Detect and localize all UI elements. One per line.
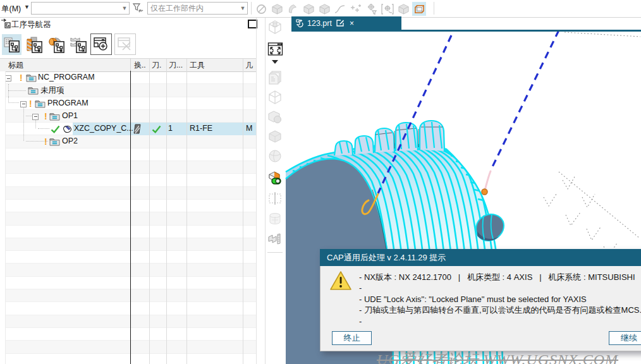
- continue-button[interactable]: 继续: [609, 331, 641, 345]
- face-icon[interactable]: [286, 2, 300, 16]
- tree-row[interactable]: !OP2: [0, 135, 256, 148]
- tree-left-gutter: [0, 71, 6, 364]
- watermark: UG爱好者论坛 WWW.UGSNX.COM: [377, 349, 618, 364]
- empty-tree-row: [0, 354, 256, 364]
- column-divider-line[interactable]: [130, 71, 131, 364]
- snap-point-filter-icon[interactable]: [365, 2, 379, 16]
- part-tab[interactable]: 123.prt ×: [291, 16, 401, 30]
- empty-tree-row: [0, 149, 256, 161]
- tree-row[interactable]: XZC_COPY_C...1R1-FEM: [0, 123, 256, 135]
- fit-view-icon[interactable]: [267, 40, 283, 57]
- rename-icon[interactable]: [336, 19, 345, 27]
- machine-tool-view-button[interactable]: [24, 34, 44, 55]
- geometry-cell: M: [246, 124, 252, 133]
- view-orient-icon[interactable]: [267, 19, 283, 35]
- filter-reset-icon[interactable]: [132, 3, 145, 15]
- datum-plane-icon[interactable]: [267, 190, 283, 207]
- machining-method-view-button[interactable]: [68, 34, 88, 55]
- tree-row-label[interactable]: OP2: [62, 136, 78, 145]
- start-point-marker: [482, 189, 487, 195]
- column-header[interactable]: 刀.: [152, 60, 161, 71]
- command-finder-input[interactable]: ▼: [31, 2, 130, 15]
- empty-tree-row: [0, 289, 256, 302]
- solid-body-icon[interactable]: [270, 2, 284, 16]
- tree-row[interactable]: 未用项: [0, 84, 256, 97]
- cylinder-icon[interactable]: [267, 210, 283, 227]
- tree-row-label[interactable]: PROGRAM: [47, 99, 89, 107]
- assembly-constraints-icon[interactable]: [267, 169, 283, 186]
- navigator-toolbar: [2, 33, 138, 55]
- column-header[interactable]: 标题: [8, 60, 23, 71]
- geometry-view-button[interactable]: [46, 34, 66, 55]
- program-order-view-button[interactable]: [2, 34, 21, 55]
- sheets-icon[interactable]: [267, 70, 283, 86]
- column-header[interactable]: 几: [245, 60, 253, 71]
- warning-triangle-icon: [329, 270, 352, 291]
- empty-tree-row: [0, 200, 256, 212]
- path-regenerated-check-icon: [152, 125, 161, 133]
- tree-connector: [8, 102, 19, 103]
- expander-toggle[interactable]: [32, 114, 39, 120]
- curve-icon[interactable]: [333, 2, 347, 16]
- point-icon[interactable]: [349, 2, 363, 16]
- tree-column-headers: 标题换..刀.刀...工具几: [0, 58, 256, 72]
- column-header[interactable]: 刀...: [169, 60, 183, 71]
- combo-dropdown-icon[interactable]: ▼: [120, 5, 129, 11]
- program-group-folder-icon: [26, 73, 37, 82]
- tool-insert-icon: [133, 124, 141, 134]
- nx-window: 单(M) ▼ ▼ 仅在工作部件内 ▼: [0, 0, 641, 364]
- column-header[interactable]: 换..: [134, 60, 146, 71]
- tree-row[interactable]: !PROGRAM: [0, 97, 256, 110]
- enable-snap-point-icon[interactable]: [381, 2, 394, 16]
- toolbar-separator: [267, 252, 283, 253]
- dropdown-caret-icon[interactable]: [267, 58, 283, 66]
- tree-row[interactable]: !OP1: [0, 110, 256, 123]
- wireframe-cube-icon[interactable]: [412, 2, 426, 16]
- dialog-title[interactable]: CAP通用后处理 v 2.4.11.29 提示: [320, 249, 641, 266]
- menu-caret-icon: ▼: [24, 4, 30, 10]
- toolbar-separator: [251, 2, 252, 15]
- tree-row[interactable]: !NC_PROGRAM: [0, 71, 256, 84]
- column-header[interactable]: 工具: [190, 60, 205, 71]
- tree-connector: [8, 90, 26, 91]
- tool-number-cell: 1: [168, 124, 173, 133]
- warning-exclamation-icon: !: [44, 136, 47, 147]
- dialog-message-line: - UDE "Lock Axis": "Locked Plane" must b…: [359, 294, 641, 305]
- empty-tree-row: [0, 302, 256, 315]
- empty-tree-row: [0, 187, 256, 200]
- tree-connector: [23, 107, 24, 141]
- shaded-with-edges-icon[interactable]: [267, 109, 283, 125]
- tree-row-label[interactable]: 未用项: [40, 85, 64, 96]
- empty-tree-row: [0, 264, 256, 276]
- menu-button[interactable]: 单(M): [1, 4, 21, 15]
- wireframe-view-icon[interactable]: [267, 89, 283, 106]
- empty-tree-row: [0, 238, 256, 251]
- studio-view-icon[interactable]: [267, 148, 283, 164]
- empty-tree-row: [0, 328, 256, 341]
- empty-tree-row: [0, 212, 256, 225]
- postprocessor-dialog: CAP通用后处理 v 2.4.11.29 提示 - NX版本 : NX 2412…: [320, 249, 641, 351]
- body-icon[interactable]: [302, 2, 315, 16]
- dialog-message: - NX版本 : NX 2412.1700 | 机床类型 : 4 AXIS | …: [359, 272, 641, 327]
- part-modified-icon: [295, 19, 305, 28]
- program-group-folder-icon: [35, 99, 46, 108]
- tree-row-label[interactable]: NC_PROGRAM: [38, 73, 95, 82]
- engage-move-pink: [485, 171, 491, 190]
- facet-body-icon[interactable]: [396, 2, 410, 16]
- selection-scope-select[interactable]: 仅在工作部件内 ▼: [147, 2, 248, 15]
- shaded-view-icon[interactable]: [267, 128, 283, 145]
- tree-row-label[interactable]: OP1: [62, 111, 78, 120]
- find-object-button[interactable]: [90, 33, 112, 55]
- tab-close-icon[interactable]: ×: [350, 19, 354, 28]
- warning-exclamation-icon: !: [20, 73, 23, 83]
- no-selection-filter-icon[interactable]: [254, 2, 268, 16]
- combo-dropdown-icon[interactable]: ▼: [238, 5, 247, 11]
- part-navigator-icon[interactable]: [267, 231, 283, 247]
- toolbar-separator: [434, 2, 434, 15]
- abort-button[interactable]: 终止: [332, 331, 372, 345]
- expander-toggle[interactable]: [5, 75, 11, 82]
- tree-row-label[interactable]: XZC_COPY_C...: [74, 124, 133, 133]
- empty-tree-row: [0, 315, 256, 328]
- component-icon[interactable]: [317, 2, 331, 16]
- dialog-body: - NX版本 : NX 2412.1700 | 机床类型 : 4 AXIS | …: [320, 266, 641, 351]
